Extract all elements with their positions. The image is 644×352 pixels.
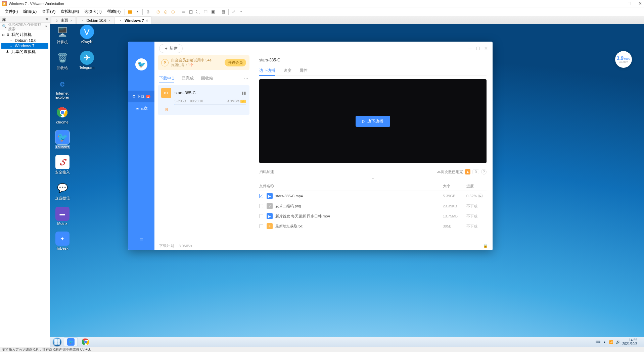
task-options-icon[interactable]: 🎚 [161, 107, 246, 112]
taskbar-pin-chrome[interactable] [79, 338, 93, 346]
maximize-button[interactable]: ☐ [628, 1, 632, 6]
guest-taskbar[interactable]: 🐦 ⌨ ▲ 📶 🔊 14:55 2021/10/8 [50, 337, 644, 347]
chevron-down-icon[interactable]: ⌄ [259, 174, 487, 182]
detail-tab-speed[interactable]: 速度 [283, 66, 291, 76]
hamburger-icon[interactable]: ≡ [140, 237, 143, 244]
taskbar-pin-thunder[interactable]: 🐦 [64, 338, 78, 346]
close-button[interactable]: ✕ [638, 1, 642, 6]
thunder-window: 🐦 ⚙下载1 ☁云盘 ≡ ＋新建 — ☐ ✕ [128, 42, 493, 250]
file-row[interactable]: ≡最新地址获取.txt395B不下载 [259, 221, 487, 231]
accel-badge-icon: ⚡ [240, 100, 246, 103]
premium-icon: P [161, 59, 169, 66]
thunder-logo-icon[interactable]: 🐦 [135, 58, 147, 70]
help-icon[interactable]: ? [481, 169, 487, 174]
show-desktop-button[interactable] [640, 338, 643, 346]
search-placeholder: 在此处键入内容进行搜索 [8, 21, 45, 32]
desktop-icon-motrix[interactable]: ▬Motrix [53, 207, 72, 225]
desktop-icon-todesk[interactable]: ✦ToDesk [53, 232, 72, 250]
detail-title: stars-385-C [259, 55, 487, 66]
desktop-icon-chrome[interactable]: chrome [53, 105, 72, 124]
dropdown2-icon[interactable]: ▾ [237, 8, 245, 15]
play-file-button[interactable]: ▶ [478, 194, 483, 198]
download-plan-label[interactable]: 下载计划 [159, 243, 174, 248]
tab-windows7[interactable]: ▫ Windows 7 × [115, 16, 152, 24]
checkbox[interactable]: ✓ [259, 194, 263, 198]
play-while-download-button[interactable]: ▷边下边播 [356, 116, 390, 127]
tab-completed[interactable]: 已完成 [182, 73, 194, 83]
menu-vm[interactable]: 虚拟机(M) [58, 8, 82, 15]
checkbox[interactable] [259, 224, 263, 228]
tray-lang-icon[interactable]: ⌨ [596, 340, 600, 344]
tab-debian[interactable]: ▫ Debian 10.6 × [77, 16, 114, 24]
close-icon[interactable]: × [70, 18, 72, 22]
file-row[interactable]: ✓▶stars-385-C.mp45.39GB0.52%▶ [259, 191, 487, 201]
view-fit-icon[interactable]: ▭ [180, 8, 187, 15]
tab-downloading[interactable]: 下载中1 [159, 73, 174, 83]
desktop-icon-thunder[interactable]: 🐦Thunder [53, 130, 72, 149]
file-row[interactable]: ▶新片首发 每天更新 同步日韩.mp413.75MB不下载 [259, 211, 487, 221]
desktop-icon-telegram[interactable]: ✈Telegram [78, 51, 96, 70]
tree-item-windows7[interactable]: ▫ Windows 7 [1, 43, 48, 49]
desktop-icon-v2rayn[interactable]: Vv2rayN [78, 25, 96, 45]
checkbox[interactable] [259, 204, 263, 208]
start-button[interactable] [51, 338, 63, 346]
app-close-button[interactable]: ✕ [484, 46, 488, 51]
view-multimonitor-icon[interactable]: ▣ [209, 8, 217, 15]
menu-help[interactable]: 帮助(H) [104, 8, 124, 15]
pause-task-button[interactable]: ▮▮ [241, 91, 246, 95]
tab-home[interactable]: ⌂ 主页 × [51, 16, 76, 24]
menu-edit[interactable]: 编辑(E) [20, 8, 39, 15]
promo-banner[interactable]: P 白金会员加速试用中 54s 拖团任务：1个 开通会员 [158, 55, 249, 70]
lock-icon[interactable]: 🔒 [483, 244, 488, 248]
tray-network-icon[interactable]: 📶 [609, 340, 613, 344]
new-task-button[interactable]: ＋新建 [159, 44, 183, 53]
tree-my-computer[interactable]: ⊟ 🖥 我的计算机 [1, 32, 48, 38]
snapshot-revert-icon[interactable]: ◵ [162, 8, 169, 15]
tray-sound-icon[interactable]: 🔊 [616, 340, 620, 344]
tab-trash[interactable]: 回收站 [201, 73, 213, 83]
desktop-icon-computer[interactable]: 🖥️计算机 [53, 25, 72, 45]
desktop-icon-qywx[interactable]: 💬企业微信 [53, 181, 72, 201]
vm-icon: ▫ [9, 44, 13, 48]
menu-view[interactable]: 查看(V) [39, 8, 58, 15]
menu-file[interactable]: 文件(F) [2, 8, 20, 15]
more-icon[interactable]: ⋯ [244, 76, 248, 81]
checkbox[interactable] [259, 214, 263, 218]
sidebar-item-cloud[interactable]: ☁云盘 [128, 102, 154, 114]
file-row[interactable]: ?安卓二维码.png23.39KB不下载 [259, 201, 487, 211]
network-speed-gauge[interactable]: 3.9MB/S +0.0B/S [615, 51, 632, 68]
taskbar-clock[interactable]: 14:55 2021/10/8 [623, 338, 638, 346]
guest-desktop[interactable]: 🖥️计算机 Vv2rayN 🗑️回收站 ✈Telegram eInternet … [50, 24, 644, 347]
tray-flag-icon[interactable]: ▲ [603, 340, 606, 344]
quick-switch-icon[interactable]: ▦ [220, 8, 227, 15]
menu-tabs[interactable]: 选项卡(T) [82, 8, 104, 15]
img-file-icon: ? [267, 203, 273, 209]
sidebar-item-download[interactable]: ⚙下载1 [128, 91, 154, 102]
pause-icon[interactable]: ▮▮ [126, 8, 134, 15]
app-maximize-button[interactable]: ☐ [476, 46, 480, 51]
view-unity-icon[interactable]: ❐ [202, 8, 209, 15]
svg-point-4 [84, 341, 87, 343]
desktop-icon-anquan[interactable]: 𝓢安全接入 [53, 155, 72, 175]
close-icon[interactable]: × [146, 18, 148, 22]
app-minimize-button[interactable]: — [468, 46, 472, 51]
stretch-icon[interactable]: ⤢ [230, 8, 237, 15]
download-task[interactable]: BT stars-385-C ▮▮ 5.39GB 00:23:10 3.9MB/… [158, 85, 249, 115]
library-search-input[interactable]: 🔍 在此处键入内容进行搜索 ▼ [0, 23, 50, 30]
snapshot-manage-icon[interactable]: ◶ [169, 8, 177, 15]
send-ctrl-alt-del-icon[interactable]: ⎙ [144, 8, 151, 15]
tree-item-debian[interactable]: ▫ Debian 10.6 [1, 38, 48, 43]
dropdown-icon[interactable]: ▾ [134, 8, 141, 15]
desktop-icon-ie[interactable]: eInternet Explorer [53, 77, 72, 99]
detail-tab-attr[interactable]: 属性 [300, 66, 308, 76]
view-console-icon[interactable]: ◫ [187, 8, 194, 15]
view-fullscreen-icon[interactable]: ⛶ [194, 8, 202, 15]
tree-shared-vms[interactable]: 🖧 共享的虚拟机 [1, 49, 48, 55]
desktop-icon-recycle[interactable]: 🗑️回收站 [53, 51, 72, 70]
detail-tab-play[interactable]: 边下边播 [259, 66, 275, 76]
library-close-icon[interactable]: ✕ [45, 17, 48, 21]
snapshot-icon[interactable]: ◴ [154, 8, 162, 15]
open-vip-button[interactable]: 开通会员 [225, 59, 246, 66]
close-icon[interactable]: × [108, 18, 110, 22]
minimize-button[interactable]: — [616, 1, 621, 6]
